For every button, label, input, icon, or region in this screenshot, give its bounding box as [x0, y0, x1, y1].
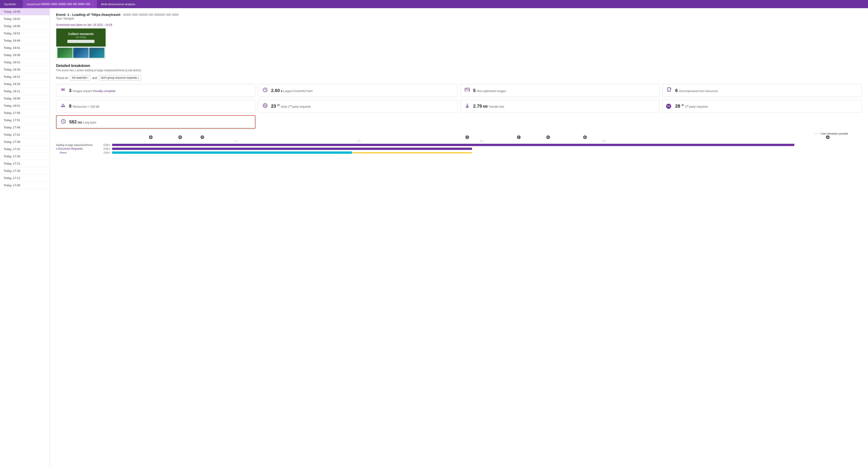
sidebar-item-18[interactable]: Today, 17:36: [0, 138, 50, 146]
sidebar-item-21[interactable]: Today, 17:21: [0, 160, 50, 167]
sidebar-item-24[interactable]: Today, 17:06: [0, 182, 50, 189]
group-select[interactable]: don't group resource requests ▾: [99, 75, 141, 81]
sidebar-item-9[interactable]: Today, 18:21: [0, 73, 50, 81]
sidebar-item-10[interactable]: Today, 18:16: [0, 81, 50, 88]
screenshot-thumb-3: Dubai - Nevada City: [89, 48, 104, 58]
marker-a: A: [826, 135, 830, 139]
marker-c: C: [517, 135, 521, 139]
transfer-value: 2.79 MB Transfer size: [473, 103, 504, 109]
url-dot4: [149, 13, 153, 16]
focus-option: full waterfall: [72, 76, 86, 80]
sidebar-item-14[interactable]: Today, 17:56: [0, 110, 50, 117]
metric-transfer: 2.79 MB Transfer size: [460, 100, 659, 113]
svg-rect-5: [465, 91, 469, 92]
sidebar-item-6[interactable]: Today, 18:36: [0, 52, 50, 59]
doc-requests-label[interactable]: ▾ Document Requests: [56, 147, 99, 150]
uncompressed-icon: [666, 88, 673, 94]
waterfall-bar-page: [112, 143, 862, 147]
non-optimized-icon: [464, 88, 470, 93]
sidebar-item-4[interactable]: Today, 18:46: [0, 37, 50, 44]
sidebar-item-15[interactable]: Today, 17:51: [0, 117, 50, 124]
dot2: [51, 3, 57, 5]
metric-lcp: 2.60 s Largest Contentful Paint: [258, 84, 458, 97]
scale-end: [725, 140, 848, 143]
event-title-text: Event: 1 - Loading of "https://easytrave…: [56, 13, 121, 17]
metric-uncompressed: 6 Uncompressed text resources: [662, 84, 862, 97]
nav-analysis[interactable]: Multi-dimensional analysis: [97, 0, 140, 8]
focus-label: Focus on: [56, 76, 68, 80]
sidebar-item-1[interactable]: Today, 19:01: [0, 15, 50, 23]
nav-synthetic-arrow: ›: [18, 3, 19, 5]
nav-easytravel[interactable]: easytravel- ›: [23, 0, 97, 8]
sidebar-item-13[interactable]: Today, 18:01: [0, 102, 50, 110]
party-requests-value: 28 st 1st party requests: [675, 103, 708, 109]
waterfall-time-page: 5.06 s: [101, 144, 112, 146]
dot3: [58, 3, 66, 5]
waterfall-section: → → User interaction possible N R H S C …: [56, 132, 862, 154]
sidebar-item-12[interactable]: Today, 18:06: [0, 95, 50, 102]
user-interaction-text: → User interaction possible: [817, 132, 848, 135]
sidebar-item-11[interactable]: Today, 18:11: [0, 88, 50, 95]
long-tasks-value: 582 ms Long tasks: [69, 119, 96, 125]
metric-resources: 8 Resources > 100 kB: [56, 100, 255, 113]
images-impact-content: 3 Images impact Visually complete: [69, 88, 116, 93]
metric-images-impact: 3 Images impact Visually complete: [56, 84, 255, 97]
waterfall-label-page: loading of page /easytravel/home: [56, 144, 101, 146]
sidebar-item-16[interactable]: Today, 17:46: [0, 124, 50, 131]
metrics-row-3: 582 ms Long tasks: [56, 115, 862, 129]
waterfall-time-home: 2.63 s: [101, 151, 112, 154]
slow-party-content: 23 st Slow 1st party requests: [271, 103, 311, 109]
sidebar-item-2[interactable]: Today, 18:56: [0, 23, 50, 30]
metrics-row-2: 8 Resources > 100 kB 23 st Slow 1st part…: [56, 100, 862, 113]
waterfall-bar-doc: [112, 147, 862, 150]
screenshot-thumb-1: Maldives - La Dua: [57, 48, 72, 58]
scale-4s: 4 s: [603, 140, 725, 143]
url-dot1: [123, 13, 131, 16]
group-chevron: ▾: [138, 76, 139, 79]
sidebar-item-5[interactable]: Today, 18:41: [0, 44, 50, 52]
sidebar-item-8[interactable]: Today, 18:26: [0, 66, 50, 73]
party-requests-icon: 1st: [666, 104, 673, 109]
sidebar-item-17[interactable]: Today, 17:41: [0, 131, 50, 138]
sidebar-item-7[interactable]: Today, 18:31: [0, 59, 50, 66]
screenshot-search: [67, 40, 94, 43]
sidebar-item-23[interactable]: Today, 17:11: [0, 175, 50, 182]
nav-synthetic[interactable]: Synthetic ›: [0, 0, 23, 8]
purple-circle: 1st: [666, 104, 671, 109]
metric-slow-party: 23 st Slow 1st party requests: [258, 100, 458, 113]
url-dot3: [139, 13, 148, 16]
non-optimized-value: 5 Non-optimized images: [473, 88, 506, 93]
sidebar-item-3[interactable]: Today, 18:51: [0, 30, 50, 37]
focus-select[interactable]: full waterfall ▾: [70, 75, 90, 81]
nav-easytravel-dots: [41, 3, 90, 5]
url-dot6: [166, 13, 171, 16]
sidebar: Today, 19:06Today, 19:01Today, 18:56Toda…: [0, 8, 50, 468]
sidebar-item-22[interactable]: Today, 17:16: [0, 167, 50, 175]
marker-s: S: [465, 135, 469, 139]
screenshot-bottom: Maldives - La Dua Santorini - La Corse D…: [56, 46, 105, 59]
screenshot-top: Collect moments not things: [56, 29, 105, 46]
sidebar-item-20[interactable]: Today, 17:26: [0, 153, 50, 160]
dot6: [78, 3, 85, 5]
screenshot-thumb-2: Santorini - La Corse: [73, 48, 88, 58]
bar-home: [112, 152, 352, 154]
lcp-content: 2.60 s Largest Contentful Paint: [271, 88, 312, 93]
event-header: Event: 1 - Loading of "https://easytrave…: [56, 13, 862, 20]
metric-long-tasks: 582 ms Long tasks: [56, 115, 255, 129]
sidebar-item-19[interactable]: Today, 17:31: [0, 146, 50, 153]
screenshot-label: Screenshot was taken on Jan, 24 2021 - 1…: [56, 23, 862, 27]
doc-chevron: ▾: [56, 148, 57, 150]
metrics-row-1: 3 Images impact Visually complete 2.60 s…: [56, 84, 862, 97]
bar-page: [112, 144, 794, 146]
focus-row: Focus on full waterfall ▾ and don't grou…: [56, 75, 862, 81]
and-label: and: [92, 76, 97, 80]
long-tasks-content: 582 ms Long tasks: [69, 119, 96, 125]
top-nav: Synthetic › easytravel- › Multi-dimensio…: [0, 0, 868, 8]
waterfall-label-home: /home: [56, 151, 101, 154]
sidebar-item-0[interactable]: Today, 19:06: [0, 8, 50, 15]
scale-0: [112, 140, 235, 143]
long-tasks-icon: [60, 119, 66, 125]
scale-1s: 1 s: [235, 140, 358, 143]
svg-point-3: [265, 89, 266, 89]
lcp-value: 2.60 s Largest Contentful Paint: [271, 88, 312, 93]
